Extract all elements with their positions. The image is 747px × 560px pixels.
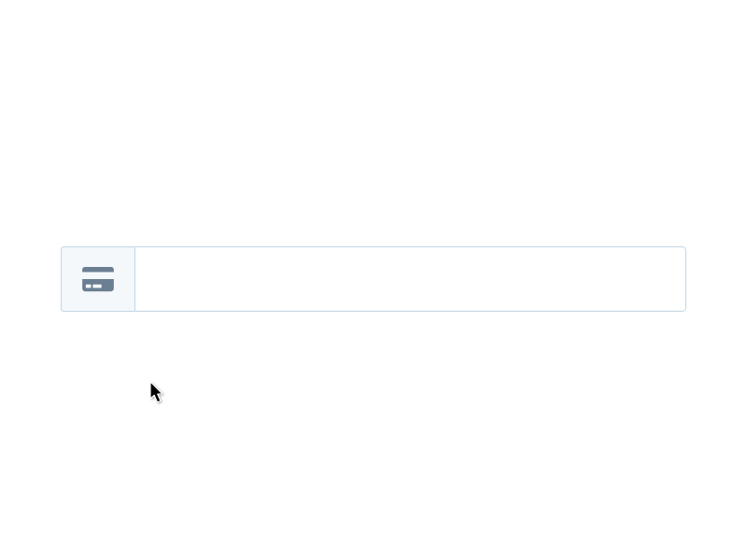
credit-card-addon xyxy=(61,246,134,312)
credit-card-input[interactable] xyxy=(134,246,686,312)
credit-card-icon xyxy=(80,265,116,293)
input-addon xyxy=(61,246,134,312)
credit-card-input-group xyxy=(61,246,686,312)
mouse-cursor xyxy=(150,382,167,406)
